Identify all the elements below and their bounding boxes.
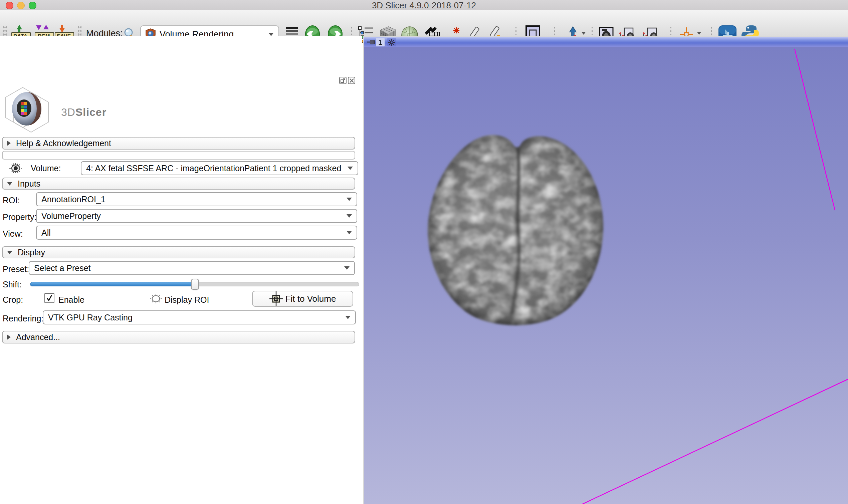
shift-slider-fill: [30, 282, 195, 286]
logo-3d: 3D: [61, 106, 75, 118]
checkmark-icon: [46, 294, 53, 302]
help-header-label: Help & Acknowledgement: [16, 139, 111, 148]
window-title: 3D Slicer 4.9.0-2018-07-12: [0, 0, 848, 11]
display-header-label: Display: [18, 248, 45, 257]
chevron-down-icon: [268, 33, 274, 36]
title-bar: 3D Slicer 4.9.0-2018-07-12: [0, 0, 848, 10]
view-tab-label[interactable]: 1: [376, 38, 384, 47]
roi-label: ROI:: [3, 196, 20, 205]
shift-slider-handle[interactable]: [191, 279, 199, 290]
crop-enable-checkbox[interactable]: [44, 293, 54, 303]
view-crosshair-button[interactable]: [387, 38, 396, 47]
brain-volume-rendering: [423, 126, 606, 332]
close-icon: [349, 78, 354, 83]
chevron-down-icon: [345, 316, 350, 319]
property-label: Property:: [3, 212, 36, 222]
advanced-header-label: Advanced...: [16, 332, 60, 342]
down-arrow-icon: [36, 25, 41, 30]
empty-collapsible-bar: [2, 151, 355, 160]
crosshair-small-icon: [388, 39, 395, 46]
slicer-logo-icon: [3, 85, 59, 135]
property-combobox[interactable]: VolumeProperty: [36, 209, 357, 223]
chevron-down-icon: [344, 266, 349, 270]
chevron-down-icon: [346, 231, 352, 234]
undock-panel-button[interactable]: [339, 77, 346, 84]
expanded-arrow-icon: [7, 182, 12, 185]
preset-value: Select a Preset: [34, 263, 344, 273]
threed-view-header[interactable]: [364, 37, 848, 47]
crop-label: Crop:: [3, 295, 23, 305]
fit-to-volume-icon: [269, 291, 283, 306]
up-arrow-icon: [43, 25, 49, 29]
help-acknowledgement-header[interactable]: Help & Acknowledgement: [2, 137, 355, 149]
view-number: 1: [378, 38, 382, 47]
view-combobox[interactable]: All: [36, 226, 357, 240]
shift-label: Shift:: [3, 280, 22, 289]
chevron-down-icon: [347, 166, 353, 170]
inputs-header-label: Inputs: [18, 179, 40, 188]
view-value: All: [41, 228, 346, 238]
collapsed-arrow-icon: [7, 141, 11, 146]
volume-visibility-icon[interactable]: [10, 163, 22, 175]
crop-enable-label: Enable: [58, 295, 85, 305]
chevron-down-icon: [346, 214, 352, 218]
property-value: VolumeProperty: [41, 211, 346, 221]
rendering-label: Rendering:: [3, 314, 43, 323]
inputs-section-header[interactable]: Inputs: [2, 178, 355, 190]
advanced-section-header[interactable]: Advanced...: [2, 331, 355, 343]
pin-icon[interactable]: [366, 39, 376, 47]
chevron-down-icon[interactable]: [582, 32, 585, 35]
fit-to-volume-button[interactable]: Fit to Volume: [252, 291, 353, 307]
slicer-logo-text: 3DSlicer: [61, 106, 107, 119]
roi-combobox[interactable]: AnnotationROI_1: [36, 192, 357, 206]
preset-label: Preset:: [3, 264, 29, 274]
display-roi-visibility-icon[interactable]: [150, 294, 162, 305]
display-section-header[interactable]: Display: [2, 246, 355, 258]
chevron-down-icon[interactable]: [697, 32, 701, 35]
volume-combobox[interactable]: 4: AX fetal SSFSE ARC - imageOrientation…: [81, 161, 358, 175]
close-panel-button[interactable]: [348, 77, 355, 84]
logo-slicer: Slicer: [75, 106, 107, 118]
view-label: View:: [3, 229, 23, 239]
float-window-icon: [341, 78, 345, 83]
slicer-app-window: 3D Slicer 4.9.0-2018-07-12 DATA DCM SAVE…: [0, 0, 848, 504]
fit-to-volume-label: Fit to Volume: [286, 294, 336, 304]
main-toolbar: DATA DCM SAVE Modules:: [0, 10, 848, 37]
chevron-down-icon: [346, 198, 352, 201]
preset-combobox[interactable]: Select a Preset: [29, 261, 355, 275]
volume-label: Volume:: [31, 164, 61, 173]
rendering-value: VTK GPU Ray Casting: [48, 313, 345, 322]
slicer-logo: [3, 85, 59, 136]
rendering-combobox[interactable]: VTK GPU Ray Casting: [43, 310, 356, 324]
roi-value: AnnotationROI_1: [41, 195, 346, 204]
volume-value: 4: AX fetal SSFSE ARC - imageOrientation…: [86, 164, 347, 173]
module-panel: 3DSlicer Help & Acknowledgement Volume: …: [0, 36, 362, 504]
collapsed-arrow-icon: [7, 335, 11, 340]
display-roi-label: Display ROI: [165, 295, 209, 305]
expanded-arrow-icon: [7, 251, 12, 254]
